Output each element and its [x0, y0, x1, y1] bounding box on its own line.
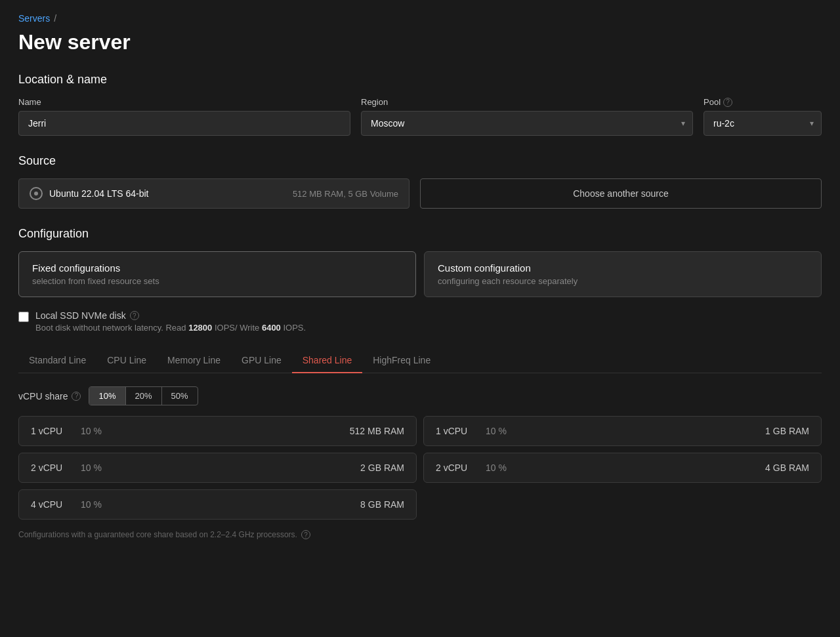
- highfreq-line-tab[interactable]: HighFreq Line: [362, 348, 441, 373]
- local-ssd-desc: Boot disk without network latency. Read …: [35, 323, 306, 333]
- config-cards-row3: 4 vCPU 10 % 8 GB RAM: [18, 489, 822, 520]
- configuration-section: Fixed configurations selection from fixe…: [18, 251, 822, 539]
- config-cards-row2: 2 vCPU 10 % 2 GB RAM 2 vCPU 10 % 4 GB RA…: [18, 453, 822, 483]
- name-form-group: Name: [18, 97, 350, 136]
- breadcrumb-separator: /: [54, 13, 56, 24]
- location-section-title: Location & name: [18, 73, 822, 87]
- card-vcpu: 1 vCPU: [31, 426, 70, 436]
- source-selected: Ubuntu 22.04 LTS 64-bit 512 MB RAM, 5 GB…: [18, 178, 410, 209]
- card-ram: 8 GB RAM: [360, 499, 404, 510]
- card-vcpu: 2 vCPU: [31, 462, 70, 473]
- pool-select-wrapper: ru-2c ru-1c ru-3c ▾: [704, 111, 822, 136]
- name-label: Name: [18, 97, 350, 107]
- local-ssd-checkbox[interactable]: [18, 312, 29, 322]
- share-10-button[interactable]: 10%: [89, 387, 125, 405]
- vcpu-share-row: vCPU share ? 10% 20% 50%: [18, 386, 822, 405]
- card-ram: 512 MB RAM: [350, 426, 404, 436]
- card-vcpu: 1 vCPU: [436, 426, 475, 436]
- share-50-button[interactable]: 50%: [162, 387, 198, 405]
- config-cards-row1: 1 vCPU 10 % 512 MB RAM 1 vCPU 10 % 1 GB …: [18, 416, 822, 446]
- fixed-config-title: Fixed configurations: [32, 262, 402, 274]
- local-ssd-read: 12800: [188, 323, 212, 333]
- card-ram: 2 GB RAM: [360, 462, 404, 473]
- fixed-config-tab[interactable]: Fixed configurations selection from fixe…: [18, 251, 416, 297]
- source-section-title: Source: [18, 154, 822, 168]
- shared-line-tab[interactable]: Shared Line: [292, 348, 363, 373]
- pool-label: Pool ?: [704, 97, 822, 107]
- custom-config-title: Custom configuration: [438, 262, 808, 274]
- location-form-row: Name Region Moscow Saint Petersburg Amst…: [18, 97, 822, 136]
- footer-help-icon[interactable]: ?: [301, 530, 310, 539]
- local-ssd-write: 6400: [262, 323, 281, 333]
- source-row: Ubuntu 22.04 LTS 64-bit 512 MB RAM, 5 GB…: [18, 178, 822, 209]
- card-vcpu: 2 vCPU: [436, 462, 475, 473]
- memory-line-tab[interactable]: Memory Line: [157, 348, 231, 373]
- page-title: New server: [18, 30, 822, 54]
- breadcrumb: Servers /: [18, 13, 822, 24]
- share-20-button[interactable]: 20%: [126, 387, 162, 405]
- pool-select[interactable]: ru-2c ru-1c ru-3c: [704, 111, 822, 136]
- config-card-1vcpu-512mb[interactable]: 1 vCPU 10 % 512 MB RAM: [18, 416, 417, 446]
- region-form-group: Region Moscow Saint Petersburg Amsterdam…: [361, 97, 693, 136]
- breadcrumb-servers-link[interactable]: Servers: [18, 13, 50, 24]
- cpu-line-tab[interactable]: CPU Line: [96, 348, 157, 373]
- choose-source-button[interactable]: Choose another source: [420, 178, 822, 209]
- card-share: 10 %: [486, 426, 507, 436]
- card-share: 10 %: [81, 462, 102, 473]
- local-ssd-help-icon[interactable]: ?: [130, 311, 139, 320]
- local-ssd-label: Local SSD NVMe disk ?: [35, 310, 306, 321]
- source-icon-inner: [34, 192, 38, 195]
- card-ram: 1 GB RAM: [765, 426, 809, 436]
- card-share: 10 %: [486, 462, 507, 473]
- line-tabs: Standard Line CPU Line Memory Line GPU L…: [18, 348, 822, 373]
- local-ssd-row: Local SSD NVMe disk ? Boot disk without …: [18, 310, 822, 333]
- pool-help-icon[interactable]: ?: [723, 98, 732, 107]
- config-card-2vcpu-2gb[interactable]: 2 vCPU 10 % 2 GB RAM: [18, 453, 417, 483]
- region-label: Region: [361, 97, 693, 107]
- vcpu-share-label: vCPU share ?: [18, 391, 81, 401]
- fixed-config-desc: selection from fixed resource sets: [32, 276, 402, 286]
- region-select[interactable]: Moscow Saint Petersburg Amsterdam: [361, 111, 693, 136]
- card-share: 10 %: [81, 426, 102, 436]
- gpu-line-tab[interactable]: GPU Line: [231, 348, 292, 373]
- source-os-icon: [30, 187, 43, 200]
- source-name: Ubuntu 22.04 LTS 64-bit: [49, 188, 149, 199]
- configuration-section-title: Configuration: [18, 227, 822, 241]
- name-input[interactable]: [18, 111, 350, 136]
- configuration-type-tabs: Fixed configurations selection from fixe…: [18, 251, 822, 297]
- config-card-2vcpu-4gb[interactable]: 2 vCPU 10 % 4 GB RAM: [423, 453, 822, 483]
- custom-config-tab[interactable]: Custom configuration configuring each re…: [424, 251, 822, 297]
- pool-form-group: Pool ? ru-2c ru-1c ru-3c ▾: [704, 97, 822, 136]
- config-card-4vcpu-8gb[interactable]: 4 vCPU 10 % 8 GB RAM: [18, 489, 417, 520]
- footer-note: Configurations with a guaranteed core sh…: [18, 530, 822, 539]
- region-select-wrapper: Moscow Saint Petersburg Amsterdam ▾: [361, 111, 693, 136]
- card-vcpu: 4 vCPU: [31, 499, 70, 510]
- card-ram: 4 GB RAM: [765, 462, 809, 473]
- card-share: 10 %: [81, 499, 102, 510]
- source-info: 512 MB RAM, 5 GB Volume: [293, 189, 398, 199]
- vcpu-share-buttons: 10% 20% 50%: [89, 386, 198, 405]
- config-card-1vcpu-1gb[interactable]: 1 vCPU 10 % 1 GB RAM: [423, 416, 822, 446]
- local-ssd-text-group: Local SSD NVMe disk ? Boot disk without …: [35, 310, 306, 333]
- vcpu-share-help-icon[interactable]: ?: [72, 392, 81, 401]
- custom-config-desc: configuring each resource separately: [438, 276, 808, 286]
- standard-line-tab[interactable]: Standard Line: [18, 348, 96, 373]
